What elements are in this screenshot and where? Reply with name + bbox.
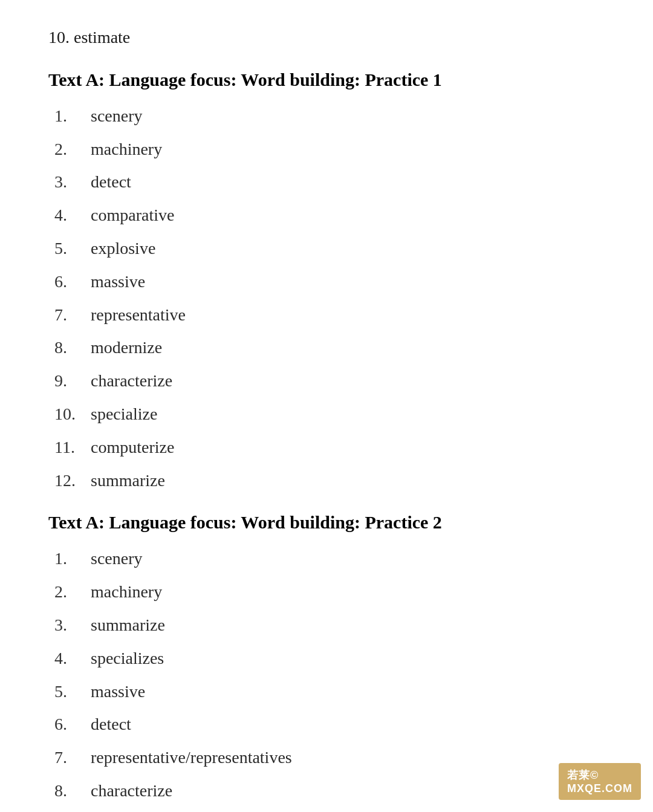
list-item-text: machinery [91,136,162,163]
list-item-text: machinery [91,579,162,606]
list-item-num: 7. [54,302,91,329]
list-item-text: representative [91,302,186,329]
list-item: 8.characterize [54,778,605,805]
list-item: 3.summarize [54,612,605,639]
list-item-num: 11. [54,434,91,461]
list-item-num: 2. [54,579,91,606]
practice1-heading: Text A: Language focus: Word building: P… [48,66,605,93]
list-item-text: modernize [91,334,162,362]
list-item: 6.massive [54,268,605,296]
list-item-num: 5. [54,678,91,706]
watermark-line2: MXQE.COM [567,782,632,795]
list-item-text: computerize [91,434,174,461]
list-item-text: representative/representatives [91,744,292,771]
list-item-num: 6. [54,711,91,738]
list-item: 5.massive [54,678,605,706]
list-item: 2.machinery [54,136,605,163]
intro-item-10: 10. estimate [48,24,605,51]
list-item: 12.summarize [54,467,605,495]
list-item-num: 3. [54,612,91,639]
list-item: 1.scenery [54,103,605,130]
list-item: 9.characterize [54,368,605,395]
list-item: 10.specialize [54,401,605,428]
list-item-num: 9. [54,368,91,395]
list-item-text: detect [91,711,131,738]
practice2-heading: Text A: Language focus: Word building: P… [48,508,605,536]
watermark: 若莱© MXQE.COM [559,763,641,800]
list-item: 6.detect [54,711,605,738]
list-item-text: characterize [91,368,172,395]
list-item-text: scenery [91,545,143,573]
list-item-num: 6. [54,268,91,296]
list-item-text: comparative [91,202,174,229]
list-item-num: 4. [54,645,91,672]
list-item-text: scenery [91,103,143,130]
list-item-text: summarize [91,467,165,495]
list-item-text: specializes [91,645,164,672]
list-item-text: explosive [91,235,155,262]
list-item: 7.representative/representatives [54,744,605,771]
list-item: 1.scenery [54,545,605,573]
list-item-num: 12. [54,467,91,495]
list-item-text: massive [91,268,145,296]
list-item-num: 7. [54,744,91,771]
list-item: 11.computerize [54,434,605,461]
list-item-num: 10. [54,401,91,428]
list-item: 4.specializes [54,645,605,672]
list-item: 3.detect [54,169,605,196]
watermark-line1: 若莱© [567,768,632,782]
list-item-text: characterize [91,778,172,805]
list-item-num: 4. [54,202,91,229]
list-item-num: 1. [54,103,91,130]
list-item: 2.machinery [54,579,605,606]
list-item: 4.comparative [54,202,605,229]
list-item-num: 3. [54,169,91,196]
list-item-text: detect [91,169,131,196]
list-item-text: specialize [91,401,157,428]
list-item: 5.explosive [54,235,605,262]
list-item-text: massive [91,678,145,706]
list-item-num: 1. [54,545,91,573]
list-item-num: 5. [54,235,91,262]
practice2-list: 1.scenery2.machinery3.summarize4.special… [54,545,605,812]
list-item: 7.representative [54,302,605,329]
list-item-num: 8. [54,778,91,805]
list-item-num: 8. [54,334,91,362]
practice1-list: 1.scenery2.machinery3.detect4.comparativ… [54,103,605,495]
list-item-num: 2. [54,136,91,163]
list-item-text: summarize [91,612,165,639]
list-item: 8.modernize [54,334,605,362]
